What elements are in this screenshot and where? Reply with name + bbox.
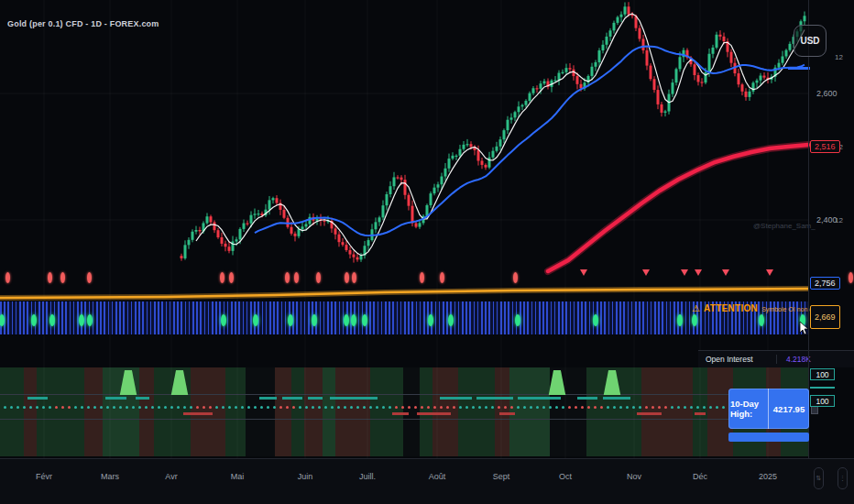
orange-line-price-tag: 2,669 — [810, 305, 840, 329]
ribbon-dot — [716, 406, 718, 409]
ribbon-red-dash — [392, 412, 409, 415]
price-axis-label: 2,600 — [816, 89, 838, 98]
ribbon-dot — [453, 406, 455, 409]
ribbon-dot — [93, 406, 96, 409]
ribbon-dot — [421, 406, 423, 409]
sell-signal-dot — [60, 272, 65, 283]
band-upper-price-tag: 2,756 — [810, 277, 840, 290]
ribbon-dot — [651, 406, 654, 409]
ribbon-dot — [587, 406, 590, 409]
ribbon-dot — [87, 406, 90, 409]
time-axis[interactable]: FévrMarsAvrMaiJuinJuill.AoûtSeptOctNovDé… — [0, 458, 854, 504]
ribbon-dot — [478, 406, 481, 409]
tooltip-label: 10-Day High: — [728, 389, 769, 429]
ribbon-dot — [690, 406, 693, 409]
sell-signal-dot — [345, 272, 349, 283]
sell-signal-dot — [5, 272, 10, 283]
ribbon-dot — [228, 406, 231, 409]
drag-handle-icon[interactable] — [811, 406, 818, 414]
time-axis-label: Mars — [101, 472, 119, 481]
buy-signal-dot — [759, 314, 764, 326]
ribbon-dot — [356, 406, 359, 409]
ribbon-teal-dash — [603, 397, 630, 400]
ribbon-red-dash — [695, 412, 706, 415]
buy-signal-dot — [288, 314, 293, 326]
ribbon-dot — [632, 406, 635, 409]
ribbon-dot — [395, 406, 398, 409]
indicator-scale-label: 100 — [810, 395, 835, 407]
ribbon-dot — [100, 406, 103, 409]
ribbon-dot — [677, 406, 680, 409]
ribbon-dot — [267, 406, 269, 409]
ribbon-dot — [55, 406, 58, 409]
ribbon-dot — [607, 406, 609, 409]
tooltip-strip — [728, 433, 809, 442]
ribbon-dot — [664, 406, 667, 409]
ribbon-dot — [530, 406, 532, 409]
ribbon-dot — [119, 406, 122, 409]
time-axis-label: Oct — [559, 472, 572, 481]
ribbon-dot — [658, 406, 661, 409]
ribbon-dot — [36, 406, 38, 409]
ribbon-dot — [575, 406, 577, 409]
ribbon-dot — [260, 406, 263, 409]
buy-signal-dot — [221, 314, 226, 326]
price-axis[interactable]: 2,6002,4001212122,5162,7562,669 — [808, 0, 854, 458]
ribbon-dot — [23, 406, 26, 409]
ribbon-dot — [286, 406, 289, 409]
ribbon-dot — [626, 406, 629, 409]
ribbon-dot — [555, 406, 558, 409]
time-axis-label: 2025 — [759, 472, 777, 481]
ribbon-dot — [106, 406, 109, 409]
time-axis-label: Déc — [693, 472, 707, 481]
buy-signal-dot — [515, 314, 520, 326]
time-axis-label: Avr — [165, 472, 177, 481]
scale-adjust-icon-left[interactable]: ⇅ — [814, 467, 824, 489]
ribbon-dot — [183, 406, 186, 409]
ribbon-dot — [350, 406, 353, 409]
ribbon-dot — [42, 406, 45, 409]
ribbon-dot — [331, 406, 334, 409]
ribbon-dot — [49, 406, 51, 409]
sell-signal-dot — [420, 272, 424, 283]
red-ma-price-tag: 2,516 — [810, 140, 840, 153]
time-axis-label: Juin — [298, 472, 313, 481]
ribbon-dot — [536, 406, 539, 409]
ribbon-dot — [177, 406, 180, 409]
ribbon-teal-dash — [518, 397, 561, 400]
mouse-cursor-icon — [799, 321, 810, 335]
ribbon-dot — [190, 406, 192, 409]
ribbon-dot — [459, 406, 462, 409]
warning-title: ATTENTION — [704, 303, 758, 313]
buy-signal-dot — [362, 314, 367, 326]
ribbon-dot — [696, 406, 699, 409]
currency-button[interactable]: USD — [794, 25, 827, 57]
symbol-title[interactable]: Gold (per 0.1) CFD - 1D - FOREX.com — [7, 19, 159, 28]
ribbon-dot — [472, 406, 475, 409]
buy-signal-dot — [351, 314, 356, 326]
ribbon-dot — [344, 406, 346, 409]
ribbon-dot — [542, 406, 545, 409]
ribbon-dot — [170, 406, 173, 409]
sell-signal-triangle-icon — [695, 269, 702, 276]
buy-signal-dot — [79, 314, 84, 326]
sell-signal-triangle-icon — [642, 269, 650, 276]
ribbon-dot — [68, 406, 71, 409]
buy-signal-dot — [253, 314, 258, 326]
ribbon-dot — [504, 406, 507, 409]
ribbon-dot — [619, 406, 622, 409]
sell-signal-triangle-icon — [766, 269, 773, 276]
ribbon-dot — [164, 406, 167, 409]
time-axis-label: Sept — [493, 472, 510, 481]
ribbon-red-dash — [417, 412, 451, 415]
ribbon-dot — [292, 406, 295, 409]
ten-day-high-tooltip: 10-Day High: 4217.95 — [728, 389, 809, 429]
ribbon-teal-dash — [259, 397, 277, 400]
price-chart-canvas[interactable] — [0, 0, 854, 504]
sell-signal-dot — [440, 272, 444, 283]
ribbon-dot — [433, 406, 436, 409]
ribbon-dot — [132, 406, 135, 409]
buy-signal-dot — [593, 314, 598, 326]
ribbon-dot — [581, 406, 584, 409]
scale-adjust-icon-right[interactable]: ⋮ — [838, 467, 848, 489]
